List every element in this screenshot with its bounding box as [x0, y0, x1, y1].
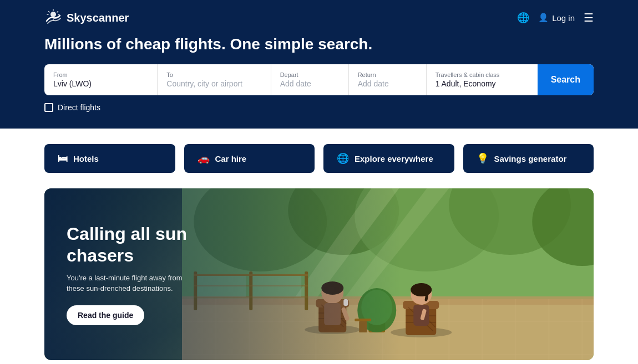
svg-point-0 — [50, 12, 56, 17]
from-value: Lviv (LWO) — [53, 79, 148, 88]
direct-flights-checkbox[interactable] — [44, 103, 53, 112]
menu-button[interactable]: ☰ — [584, 11, 594, 24]
hotels-label: Hotels — [73, 154, 99, 163]
explore-icon: 🌐 — [337, 152, 349, 165]
hotels-icon: 🛏 — [58, 153, 68, 165]
to-field[interactable]: To Country, city or airport — [158, 64, 271, 95]
return-placeholder: Add date — [358, 79, 417, 88]
search-bar: From Lviv (LWO) To Country, city or airp… — [44, 64, 594, 95]
savings-icon: 💡 — [477, 152, 489, 165]
savings-button[interactable]: 💡 Savings generator — [463, 144, 594, 173]
car-hire-label: Car hire — [215, 154, 247, 163]
promo-subtitle: You're a last-minute flight away from th… — [67, 273, 189, 294]
logo-icon — [44, 9, 62, 27]
to-label: To — [166, 71, 261, 78]
car-icon: 🚗 — [198, 152, 210, 165]
travellers-field[interactable]: Travellers & cabin class 1 Adult, Econom… — [427, 64, 538, 95]
user-icon: 👤 — [538, 13, 549, 23]
travellers-label: Travellers & cabin class — [436, 71, 529, 78]
promo-title: Calling all sun chasers — [67, 223, 222, 266]
logo-text: Skyscanner — [67, 12, 129, 24]
from-field[interactable]: From Lviv (LWO) — [44, 64, 158, 95]
nav-right: 🌐 👤 Log in ☰ — [517, 11, 594, 24]
to-placeholder: Country, city or airport — [166, 79, 261, 88]
search-button[interactable]: Search — [538, 64, 594, 95]
direct-flights-label: Direct flights — [58, 103, 100, 112]
promo-banner: Calling all sun chasers You're a last-mi… — [44, 188, 594, 360]
depart-label: Depart — [280, 71, 340, 78]
globe-icon[interactable]: 🌐 — [517, 12, 529, 24]
promo-content: Calling all sun chasers You're a last-mi… — [44, 201, 244, 347]
depart-placeholder: Add date — [280, 79, 340, 88]
explore-button[interactable]: 🌐 Explore everywhere — [323, 144, 454, 173]
white-section: 🛏 Hotels 🚗 Car hire 🌐 Explore everywhere… — [0, 129, 638, 360]
login-button[interactable]: 👤 Log in — [538, 13, 575, 23]
promo-cta-button[interactable]: Read the guide — [67, 305, 144, 325]
car-hire-button[interactable]: 🚗 Car hire — [184, 144, 315, 173]
return-label: Return — [358, 71, 417, 78]
hero-section: Skyscanner 🌐 👤 Log in ☰ Millions of chea… — [0, 0, 638, 129]
from-label: From — [53, 71, 148, 78]
login-label: Log in — [552, 13, 575, 23]
explore-label: Explore everywhere — [355, 154, 433, 163]
savings-label: Savings generator — [494, 154, 567, 163]
travellers-value: 1 Adult, Economy — [436, 79, 529, 88]
hotels-button[interactable]: 🛏 Hotels — [44, 144, 175, 173]
navigation: Skyscanner 🌐 👤 Log in ☰ — [44, 0, 594, 35]
service-buttons: 🛏 Hotels 🚗 Car hire 🌐 Explore everywhere… — [44, 144, 594, 173]
direct-flights-toggle[interactable]: Direct flights — [44, 103, 594, 112]
hero-title: Millions of cheap flights. One simple se… — [44, 35, 594, 53]
depart-field[interactable]: Depart Add date — [271, 64, 349, 95]
return-field[interactable]: Return Add date — [349, 64, 427, 95]
logo[interactable]: Skyscanner — [44, 9, 129, 27]
